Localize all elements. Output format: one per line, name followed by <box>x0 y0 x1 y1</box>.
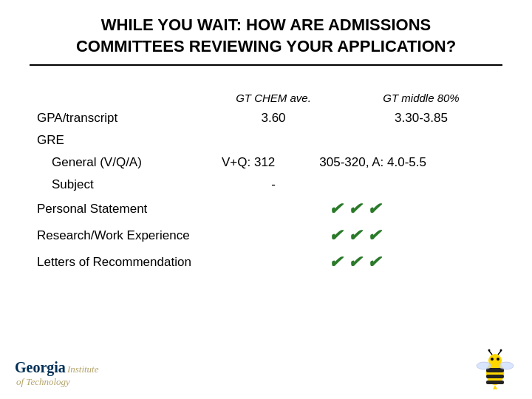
svg-line-7 <box>489 351 492 355</box>
table-row: Subject- <box>30 174 502 196</box>
check-icon: ✔ <box>367 200 381 219</box>
title-line1: WHILE YOU WAIT: HOW ARE ADMISSIONS <box>30 15 502 36</box>
row-col2: V+Q: 312305-320, A: 4.0-5.5 <box>207 151 502 174</box>
title-line2: COMMITTEES REVIEWING YOUR APPLICATION? <box>30 36 502 58</box>
logo-institute: Institute <box>67 364 99 375</box>
title-divider <box>30 64 502 66</box>
svg-point-10 <box>500 349 502 352</box>
table-header-row: GT CHEM ave. GT middle 80% <box>30 88 502 107</box>
gt-logo: Georgia Institute of Technology <box>15 359 98 388</box>
row-col2: - <box>207 174 340 196</box>
bee-mascot <box>473 347 517 392</box>
col-gt-middle-header: GT middle 80% <box>340 88 502 107</box>
table-row: GRE <box>30 129 502 151</box>
row-label: Research/Work Experience <box>30 222 207 249</box>
table-row: Research/Work Experience✔✔✔ <box>30 222 502 249</box>
check-icon: ✔ <box>329 200 342 219</box>
main-container: WHILE YOU WAIT: HOW ARE ADMISSIONS COMMI… <box>0 0 532 399</box>
check-icon: ✔ <box>367 253 381 272</box>
logo-georgia: Georgia <box>15 359 66 376</box>
row-col2: 3.60 <box>207 107 340 129</box>
row-col3 <box>340 174 502 196</box>
check-icons: ✔✔✔ <box>214 200 495 219</box>
svg-point-11 <box>477 362 491 369</box>
svg-point-8 <box>488 349 491 352</box>
check-icons: ✔✔✔ <box>214 253 495 272</box>
logo-of-technology: of Technology <box>16 376 70 388</box>
svg-point-12 <box>499 362 514 369</box>
check-icon: ✔ <box>329 226 342 245</box>
row-label: Personal Statement <box>30 196 207 222</box>
svg-rect-2 <box>486 375 504 378</box>
row-col3 <box>340 129 502 151</box>
row-col2 <box>207 129 340 151</box>
svg-marker-13 <box>493 385 497 389</box>
check-icon: ✔ <box>367 226 381 245</box>
footer: Georgia Institute of Technology <box>15 359 98 388</box>
check-icon: ✔ <box>348 226 361 245</box>
table-row: GPA/transcript3.603.30-3.85 <box>30 107 502 129</box>
svg-rect-3 <box>486 381 504 384</box>
row-col3: 3.30-3.85 <box>340 107 502 129</box>
svg-line-9 <box>498 351 501 355</box>
row-label: Letters of Recommendation <box>30 249 207 276</box>
row-label: Subject <box>30 174 207 196</box>
row-label: General (V/Q/A) <box>30 151 207 174</box>
row-col2: ✔✔✔ <box>207 196 502 222</box>
row-col2: ✔✔✔ <box>207 222 502 249</box>
admissions-table: GT CHEM ave. GT middle 80% GPA/transcrip… <box>30 88 502 276</box>
table-row: Letters of Recommendation✔✔✔ <box>30 249 502 276</box>
col-gt-chem-header: GT CHEM ave. <box>207 88 340 107</box>
table-row: Personal Statement✔✔✔ <box>30 196 502 222</box>
svg-point-6 <box>497 358 499 361</box>
table-row: General (V/Q/A)V+Q: 312305-320, A: 4.0-5… <box>30 151 502 174</box>
bee-svg <box>473 347 517 392</box>
svg-point-5 <box>491 358 494 361</box>
title-section: WHILE YOU WAIT: HOW ARE ADMISSIONS COMMI… <box>30 15 502 57</box>
check-icon: ✔ <box>348 200 361 219</box>
check-icon: ✔ <box>348 253 361 272</box>
row-col2: ✔✔✔ <box>207 249 502 276</box>
row-label: GRE <box>30 129 207 151</box>
row-label: GPA/transcript <box>30 107 207 129</box>
col-label-header <box>30 88 207 107</box>
check-icon: ✔ <box>329 253 342 272</box>
check-icons: ✔✔✔ <box>214 226 495 245</box>
